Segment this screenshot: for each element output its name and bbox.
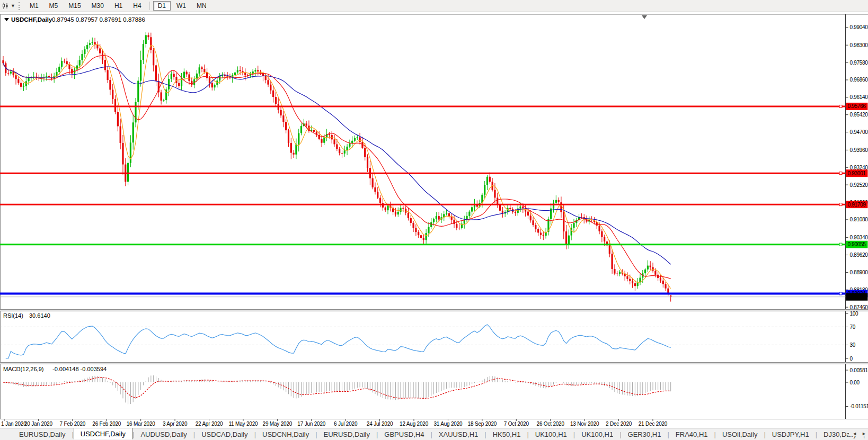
svg-text:26 Feb 2020: 26 Feb 2020 (92, 421, 121, 427)
pane-frame-layer (0, 14, 868, 419)
svg-text:-0.011514: -0.011514 (850, 403, 868, 409)
svg-text:0.88900: 0.88900 (850, 270, 868, 275)
symbol-tab-eurusd-daily[interactable]: EURUSD,Daily (317, 429, 376, 439)
rsi-value: 30.6140 (29, 312, 50, 319)
svg-text:0.005818: 0.005818 (850, 367, 868, 373)
svg-text:0: 0 (850, 356, 853, 362)
symbol-tab-usdchf-daily[interactable]: USDCHF,Daily (74, 428, 132, 439)
svg-text:0.98300: 0.98300 (850, 42, 868, 48)
arrow-right-icon[interactable]: ► (862, 431, 866, 436)
svg-text:0.95766: 0.95766 (848, 103, 866, 109)
moving-average-lines (3, 44, 671, 289)
chart-title-quote: 0.87945 0.87957 0.87691 0.87886 (52, 16, 145, 23)
svg-text:0.92520: 0.92520 (850, 182, 868, 188)
svg-text:0.97580: 0.97580 (850, 60, 868, 66)
svg-text:0.90055: 0.90055 (848, 241, 866, 247)
svg-text:0.87460: 0.87460 (850, 304, 868, 310)
symbol-tab-eurusd-daily[interactable]: EURUSD,Daily (13, 429, 72, 439)
timeframe-button-h1[interactable]: H1 (110, 1, 127, 11)
symbol-tab-usdjpy-h1[interactable]: USDJPY,H1 (766, 429, 816, 439)
timeframe-button-mn[interactable]: MN (192, 1, 211, 11)
svg-text:26 Oct 2020: 26 Oct 2020 (537, 421, 565, 427)
svg-text:12 Aug 2020: 12 Aug 2020 (400, 421, 429, 427)
svg-text:24 Jul 2020: 24 Jul 2020 (367, 421, 393, 427)
svg-text:70: 70 (850, 324, 856, 330)
chart-dropdown-icon[interactable] (4, 18, 9, 21)
timeframe-button-d1[interactable]: D1 (153, 1, 171, 11)
symbol-tab-fra40-h1[interactable]: FRA40,H1 (669, 429, 714, 439)
svg-text:30: 30 (850, 342, 856, 348)
svg-text:7 Oct 2020: 7 Oct 2020 (504, 421, 529, 427)
trading-terminal-window: { "toolbar": { "chart_type_icon": "candl… (0, 0, 868, 440)
macd-label: MACD(12,26,9) (3, 366, 43, 372)
svg-text:6 Jul 2020: 6 Jul 2020 (334, 421, 358, 427)
svg-text:11 May 2020: 11 May 2020 (228, 421, 258, 427)
symbol-tab-usoil-daily[interactable]: USOil,Daily (716, 429, 764, 439)
symbol-tabs: EURUSD,Daily|USDCHF,Daily|AUDUSD,Daily|U… (13, 429, 868, 439)
toolbar: ▼ M1M5M15M30H1H4D1W1MN (0, 0, 868, 12)
svg-text:0.93001: 0.93001 (848, 170, 866, 176)
candlestick-series (2, 32, 671, 302)
svg-text:18 Sep 2020: 18 Sep 2020 (468, 421, 497, 427)
horizontal-level-lines[interactable]: 0.957660.930010.917090.900550.880240.878… (0, 103, 868, 301)
svg-text:0.90340: 0.90340 (850, 235, 868, 240)
svg-text:0.91080: 0.91080 (850, 217, 868, 222)
svg-text:0.87886: 0.87886 (848, 294, 866, 300)
svg-text:17 Jun 2020: 17 Jun 2020 (297, 421, 325, 427)
svg-text:21 Dec 2020: 21 Dec 2020 (639, 421, 668, 427)
symbol-tab-usdcnh-daily[interactable]: USDCNH,Daily (256, 429, 315, 439)
symbol-tab-uk100-h1[interactable]: UK100,H1 (575, 429, 619, 439)
svg-text:20 Jan 2020: 20 Jan 2020 (24, 421, 52, 427)
timeframe-button-m30[interactable]: M30 (87, 1, 109, 11)
svg-text:0.93960: 0.93960 (850, 147, 868, 153)
symbol-tab-audusd-daily[interactable]: AUDUSD,Daily (134, 429, 193, 439)
arrow-left-icon[interactable]: ◄ (852, 431, 857, 436)
tab-scroll-buttons: ◄ ► (849, 431, 866, 436)
svg-text:29 May 2020: 29 May 2020 (263, 421, 293, 427)
timeframe-button-m15[interactable]: M15 (64, 1, 85, 11)
svg-text:22 Apr 2020: 22 Apr 2020 (196, 421, 223, 427)
macd-indicator-layer (3, 375, 671, 405)
svg-text:0.96140: 0.96140 (850, 94, 868, 100)
chevron-down-icon[interactable]: ▼ (11, 3, 15, 8)
svg-text:13 Nov 2020: 13 Nov 2020 (570, 421, 599, 427)
chart-shift-marker[interactable] (642, 15, 647, 19)
symbol-tab-hk50-h1[interactable]: HK50,H1 (486, 429, 527, 439)
timeframe-buttons: M1M5M15M30H1H4D1W1MN (24, 1, 212, 11)
price-axis: 0.990400.983000.975800.968600.961400.954… (846, 24, 868, 409)
svg-text:0.00: 0.00 (850, 380, 860, 385)
symbol-tab-bar: EURUSD,Daily|USDCHF,Daily|AUDUSD,Daily|U… (0, 428, 868, 440)
candlestick-chart-icon[interactable] (2, 2, 10, 10)
chart-title-symbol: USDCHF,Daily (11, 16, 52, 23)
svg-text:7 Feb 2020: 7 Feb 2020 (60, 421, 86, 427)
svg-text:31 Aug 2020: 31 Aug 2020 (433, 421, 463, 427)
timeframe-button-h4[interactable]: H4 (128, 1, 146, 11)
svg-text:1 Jan 2020: 1 Jan 2020 (1, 421, 26, 427)
svg-text:0.93240: 0.93240 (850, 165, 868, 170)
symbol-tab-ger30-h1[interactable]: GER30,H1 (622, 429, 668, 439)
svg-text:0.91709: 0.91709 (848, 202, 866, 208)
svg-text:0.94700: 0.94700 (850, 129, 868, 135)
svg-text:100: 100 (850, 311, 859, 317)
timeframe-button-m1[interactable]: M1 (25, 1, 43, 11)
symbol-tab-uk100-h1[interactable]: UK100,H1 (529, 429, 573, 439)
date-axis: 1 Jan 202020 Jan 20207 Feb 202026 Feb 20… (1, 419, 668, 427)
timeframe-button-m5[interactable]: M5 (45, 1, 63, 11)
timeframe-button-w1[interactable]: W1 (172, 1, 191, 11)
svg-text:3 Apr 2020: 3 Apr 2020 (163, 421, 188, 427)
toolbar-grip (19, 2, 21, 10)
svg-text:0.95420: 0.95420 (850, 112, 868, 118)
svg-text:0.99040: 0.99040 (850, 24, 868, 30)
svg-text:16 Mar 2020: 16 Mar 2020 (127, 421, 156, 427)
rsi-indicator-layer (0, 325, 846, 358)
price-chart-canvas[interactable]: 0.990400.983000.975800.968600.961400.954… (0, 0, 868, 440)
symbol-tab-gbpusd-h4[interactable]: GBPUSD,H4 (378, 429, 430, 439)
symbol-tab-xauusd-h1[interactable]: XAUUSD,H1 (432, 429, 484, 439)
rsi-label: RSI(14) (3, 312, 23, 319)
toolbar-separator (149, 2, 150, 10)
svg-text:0.96860: 0.96860 (850, 77, 868, 83)
symbol-tab-usdcad-daily[interactable]: USDCAD,Daily (195, 429, 254, 439)
macd-values: -0.004148 -0.003594 (52, 366, 107, 372)
svg-text:0.89620: 0.89620 (850, 252, 868, 258)
svg-text:2 Dec 2020: 2 Dec 2020 (606, 421, 632, 427)
